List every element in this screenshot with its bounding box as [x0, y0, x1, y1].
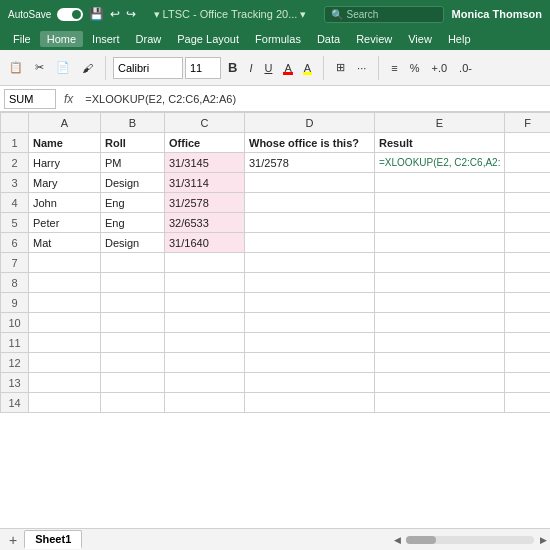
cell-c9[interactable]: [165, 293, 245, 313]
cell-a7[interactable]: [29, 253, 101, 273]
cell-b13[interactable]: [101, 373, 165, 393]
cell-b1[interactable]: Roll: [101, 133, 165, 153]
cell-c12[interactable]: [165, 353, 245, 373]
cell-e6[interactable]: [375, 233, 505, 253]
format-painter-btn[interactable]: 🖌: [77, 59, 98, 77]
redo-icon[interactable]: ↪: [126, 7, 136, 21]
col-header-b[interactable]: B: [101, 113, 165, 133]
cell-f11[interactable]: [505, 333, 551, 353]
sheet-tab-sheet1[interactable]: Sheet1: [24, 530, 82, 549]
bold-btn[interactable]: B: [223, 57, 242, 78]
paste-btn[interactable]: 📋: [4, 58, 28, 77]
cell-b2[interactable]: PM: [101, 153, 165, 173]
borders-btn[interactable]: ⊞: [331, 58, 350, 77]
cell-f12[interactable]: [505, 353, 551, 373]
align-left-btn[interactable]: ≡: [386, 59, 402, 77]
cell-b7[interactable]: [101, 253, 165, 273]
undo-icon[interactable]: ↩: [110, 7, 120, 21]
cell-a1[interactable]: Name: [29, 133, 101, 153]
italic-btn[interactable]: I: [244, 59, 257, 77]
cell-e7[interactable]: [375, 253, 505, 273]
cell-b5[interactable]: Eng: [101, 213, 165, 233]
cell-b14[interactable]: [101, 393, 165, 413]
cell-a9[interactable]: [29, 293, 101, 313]
cell-a4[interactable]: John: [29, 193, 101, 213]
cell-d9[interactable]: [245, 293, 375, 313]
number-format-btn[interactable]: %: [405, 59, 425, 77]
font-size-input[interactable]: [185, 57, 221, 79]
menu-insert[interactable]: Insert: [85, 31, 127, 47]
scroll-track[interactable]: [406, 536, 534, 544]
cell-a10[interactable]: [29, 313, 101, 333]
cell-e1[interactable]: Result: [375, 133, 505, 153]
formula-input[interactable]: [81, 92, 546, 106]
cell-a13[interactable]: [29, 373, 101, 393]
cut-btn[interactable]: ✂: [30, 58, 49, 77]
cell-e5[interactable]: [375, 213, 505, 233]
cell-d12[interactable]: [245, 353, 375, 373]
copy-btn[interactable]: 📄: [51, 58, 75, 77]
scroll-left-arrow[interactable]: ◀: [390, 533, 404, 547]
cell-f5[interactable]: [505, 213, 551, 233]
cell-c4[interactable]: 31/2578: [165, 193, 245, 213]
search-box[interactable]: 🔍 Search: [324, 6, 444, 23]
cell-a6[interactable]: Mat: [29, 233, 101, 253]
scroll-thumb[interactable]: [406, 536, 436, 544]
cell-c14[interactable]: [165, 393, 245, 413]
menu-view[interactable]: View: [401, 31, 439, 47]
cell-c6[interactable]: 31/1640: [165, 233, 245, 253]
cell-c5[interactable]: 32/6533: [165, 213, 245, 233]
menu-file[interactable]: File: [6, 31, 38, 47]
cell-e14[interactable]: [375, 393, 505, 413]
cell-b8[interactable]: [101, 273, 165, 293]
cell-c10[interactable]: [165, 313, 245, 333]
cell-d1[interactable]: Whose office is this?: [245, 133, 375, 153]
cell-a14[interactable]: [29, 393, 101, 413]
cell-a12[interactable]: [29, 353, 101, 373]
cell-e11[interactable]: [375, 333, 505, 353]
cell-c1[interactable]: Office: [165, 133, 245, 153]
menu-page-layout[interactable]: Page Layout: [170, 31, 246, 47]
cell-f4[interactable]: [505, 193, 551, 213]
cell-e8[interactable]: [375, 273, 505, 293]
menu-data[interactable]: Data: [310, 31, 347, 47]
cell-c3[interactable]: 31/3114: [165, 173, 245, 193]
menu-help[interactable]: Help: [441, 31, 478, 47]
cell-d14[interactable]: [245, 393, 375, 413]
more-btn[interactable]: ···: [352, 59, 371, 77]
underline-btn[interactable]: U: [259, 59, 277, 77]
highlight-color-btn[interactable]: A: [299, 59, 316, 77]
cell-d10[interactable]: [245, 313, 375, 333]
col-header-d[interactable]: D: [245, 113, 375, 133]
font-color-btn[interactable]: A: [279, 59, 296, 77]
cell-f2[interactable]: [505, 153, 551, 173]
cell-d6[interactable]: [245, 233, 375, 253]
cell-a3[interactable]: Mary: [29, 173, 101, 193]
menu-draw[interactable]: Draw: [129, 31, 169, 47]
cell-d8[interactable]: [245, 273, 375, 293]
cell-e10[interactable]: [375, 313, 505, 333]
decrease-decimal-btn[interactable]: .0-: [454, 59, 477, 77]
cell-e12[interactable]: [375, 353, 505, 373]
cell-b9[interactable]: [101, 293, 165, 313]
cell-a11[interactable]: [29, 333, 101, 353]
cell-f8[interactable]: [505, 273, 551, 293]
cell-a2[interactable]: Harry: [29, 153, 101, 173]
increase-decimal-btn[interactable]: +.0: [426, 59, 452, 77]
cell-ref-input[interactable]: [4, 89, 56, 109]
cell-d4[interactable]: [245, 193, 375, 213]
cell-f9[interactable]: [505, 293, 551, 313]
cell-c11[interactable]: [165, 333, 245, 353]
cell-f10[interactable]: [505, 313, 551, 333]
title-dropdown-icon[interactable]: ▾: [300, 8, 306, 20]
cell-c2[interactable]: 31/3145: [165, 153, 245, 173]
cell-b10[interactable]: [101, 313, 165, 333]
cell-b4[interactable]: Eng: [101, 193, 165, 213]
cell-f14[interactable]: [505, 393, 551, 413]
cell-d7[interactable]: [245, 253, 375, 273]
cell-c8[interactable]: [165, 273, 245, 293]
menu-review[interactable]: Review: [349, 31, 399, 47]
col-header-e[interactable]: E: [375, 113, 505, 133]
menu-home[interactable]: Home: [40, 31, 83, 47]
cell-d3[interactable]: [245, 173, 375, 193]
